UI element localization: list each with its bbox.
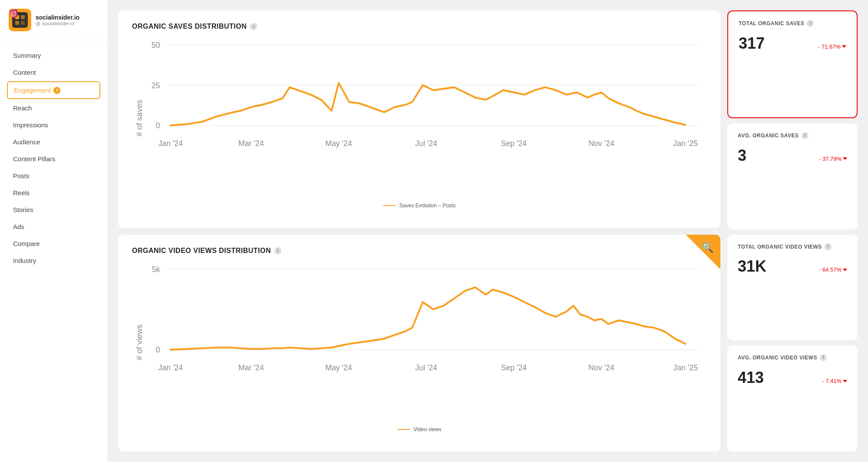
search-icon: 🔍 [702,242,713,253]
organic-saves-title: ORGANIC SAVES DISTRIBUTION i [132,23,706,30]
stat-value-row-saves: 317 - 71.67% [739,34,846,53]
svg-rect-1 [21,15,25,19]
svg-text:# of saves: # of saves [135,100,144,136]
stat-value-row-avg-video: 413 - 7.41% [738,369,847,387]
video-info-icon[interactable]: i [274,247,281,254]
sidebar-nav: Summary Content Engagement ? Reach Impre… [0,47,107,269]
svg-text:50: 50 [152,40,160,49]
stat-change-video-views: - 64.57% [819,266,847,276]
svg-text:Jan '25: Jan '25 [673,139,698,148]
stat-value-avg-saves: 3 [738,146,746,165]
stat-value-total-video-views: 31K [738,257,766,276]
stat-info-icon-avg-video[interactable]: i [820,354,827,361]
saves-chart-container: # of saves 50 25 0 Jan '24 Mar '24 May '… [132,37,706,199]
svg-text:Nov '24: Nov '24 [588,363,614,372]
brand-logo [9,9,31,31]
saves-info-icon[interactable]: i [250,23,257,30]
stat-value-avg-video-views: 413 [738,369,764,387]
sidebar-item-impressions[interactable]: Impressions [7,117,100,133]
stat-avg-organic-saves: AVG. ORGANIC SAVES i 3 - 37.79% [727,123,858,229]
svg-text:May '24: May '24 [325,363,352,372]
main-content: ORGANIC SAVES DISTRIBUTION i # of saves … [108,0,868,462]
svg-text:May '24: May '24 [325,139,352,148]
stat-info-icon-saves[interactable]: i [807,20,814,27]
legend-line-video [397,429,410,430]
svg-text:Jan '24: Jan '24 [158,139,183,148]
svg-rect-2 [15,21,19,25]
svg-text:Jan '25: Jan '25 [673,363,698,372]
saves-chart-svg: # of saves 50 25 0 Jan '24 Mar '24 May '… [132,37,706,199]
legend-line-saves [383,205,396,206]
sidebar-item-ads[interactable]: Ads [7,219,100,235]
arrow-down-icon-3 [843,269,847,271]
sidebar-item-compare[interactable]: Compare [7,236,100,252]
sidebar-item-audience[interactable]: Audience [7,134,100,150]
engagement-badge: ? [53,87,60,94]
stat-value-total-saves: 317 [739,34,765,53]
video-chart-svg: # of views 5k 0 Jan '24 Mar '24 May '24 … [132,262,706,423]
saves-chart-legend: Saves Evolution – Posts [132,203,706,209]
arrow-down-icon-4 [843,380,847,382]
sidebar-item-industry[interactable]: Industry [7,253,100,269]
stat-avg-organic-video-views: AVG. ORGANIC VIDEO VIEWS i 413 - 7.41% [727,346,858,452]
svg-text:Nov '24: Nov '24 [588,139,614,148]
svg-text:0: 0 [156,346,160,354]
svg-text:25: 25 [152,81,160,90]
sidebar-item-summary[interactable]: Summary [7,47,100,63]
brand-handle: @ /socialinsider.io [36,21,79,26]
instagram-icon [10,10,17,17]
stat-change-avg-saves: - 37.79% [819,156,847,165]
svg-text:Mar '24: Mar '24 [238,139,264,148]
stats-column: TOTAL ORGANIC SAVES i 317 - 71.67% AVG. … [727,10,858,452]
svg-text:0: 0 [156,121,160,130]
video-chart-container: # of views 5k 0 Jan '24 Mar '24 May '24 … [132,262,706,423]
arrow-down-icon-2 [843,157,847,160]
svg-text:Jul '24: Jul '24 [415,139,437,148]
brand-text: socialinsider.io @ /socialinsider.io [36,14,79,26]
svg-rect-3 [21,21,25,25]
brand-name: socialinsider.io [36,14,79,21]
organic-saves-chart-card: ORGANIC SAVES DISTRIBUTION i # of saves … [118,10,720,228]
svg-text:Jan '24: Jan '24 [158,363,183,372]
stat-info-icon-video-views[interactable]: i [825,243,832,250]
arrow-down-icon [842,45,846,48]
sidebar: socialinsider.io @ /socialinsider.io Sum… [0,0,108,462]
svg-text:Mar '24: Mar '24 [238,363,264,372]
svg-text:5k: 5k [152,265,161,273]
video-chart-legend: Video views [132,426,706,432]
sidebar-item-posts[interactable]: Posts [7,168,100,184]
sidebar-header: socialinsider.io @ /socialinsider.io [0,0,107,40]
sidebar-item-engagement[interactable]: Engagement ? [7,81,100,99]
stat-label-avg-saves: AVG. ORGANIC SAVES i [738,132,847,140]
stat-total-organic-video-views: TOTAL ORGANIC VIDEO VIEWS i 31K - 64.57% [727,235,858,341]
stat-label-total-video-views: TOTAL ORGANIC VIDEO VIEWS i [738,243,847,251]
stat-label-total-saves: TOTAL ORGANIC SAVES i [739,20,846,27]
svg-text:# of views: # of views [135,324,144,360]
stat-total-organic-saves: TOTAL ORGANIC SAVES i 317 - 71.67% [727,10,858,118]
stat-value-row-video-views: 31K - 64.57% [738,257,847,276]
charts-column: ORGANIC SAVES DISTRIBUTION i # of saves … [118,10,720,452]
svg-text:Jul '24: Jul '24 [415,363,437,372]
organic-video-title: ORGANIC VIDEO VIEWS DISTRIBUTION i [132,247,706,255]
organic-video-chart-card: 🔍 ORGANIC VIDEO VIEWS DISTRIBUTION i # o… [118,235,720,452]
sidebar-item-content[interactable]: Content [7,64,100,80]
sidebar-item-reels[interactable]: Reels [7,185,100,201]
sidebar-item-stories[interactable]: Stories [7,202,100,218]
sidebar-item-reach[interactable]: Reach [7,100,100,116]
stat-info-icon-avg-saves[interactable]: i [802,132,809,139]
svg-text:Sep '24: Sep '24 [501,363,527,372]
stat-label-avg-video-views: AVG. ORGANIC VIDEO VIEWS i [738,354,847,362]
sidebar-item-content-pillars[interactable]: Content Pillars [7,151,100,167]
stat-change-avg-video: - 7.41% [822,378,847,387]
stat-change-total-saves: - 71.67% [818,43,846,53]
svg-text:Sep '24: Sep '24 [501,139,527,148]
stat-value-row-avg-saves: 3 - 37.79% [738,146,847,165]
